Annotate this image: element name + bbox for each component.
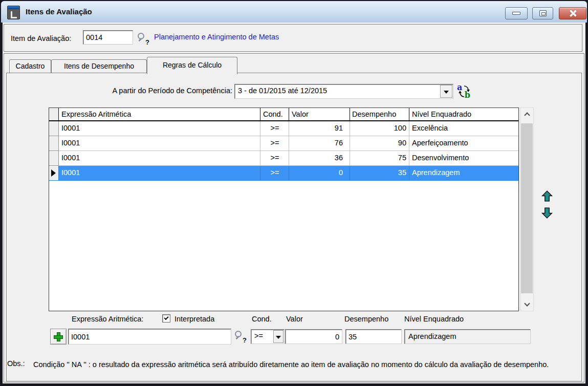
cond-label: Cond. [252, 315, 272, 323]
cell-valor[interactable]: 36 [289, 151, 350, 166]
expression-lookup-icon[interactable]: ? [234, 330, 247, 344]
window: Itens de Avaliação Item de Avaliação: ? … [0, 0, 588, 386]
minimize-icon [512, 12, 520, 15]
app-icon [7, 6, 20, 19]
move-up-button[interactable] [540, 190, 554, 203]
item-code-input[interactable] [83, 30, 133, 45]
cell-cond[interactable]: >= [260, 151, 289, 166]
grid-table: Expressão Aritmética Cond. Valor Desempe… [49, 108, 519, 311]
expression-label: Expressão Aritmética: [72, 315, 143, 323]
valor-label: Valor [286, 315, 303, 323]
row-indicator [49, 121, 59, 136]
window-title: Itens de Avaliação [26, 7, 92, 16]
col-header-desempenho[interactable]: Desempenho [350, 108, 409, 120]
sort-ab-icon[interactable]: a b [457, 84, 472, 99]
chevron-down-icon [444, 91, 449, 94]
col-header-indicator [49, 108, 59, 120]
scroll-up-icon[interactable] [524, 112, 530, 118]
expression-input[interactable] [68, 329, 231, 345]
cell-cond[interactable]: >= [260, 121, 289, 136]
maximize-button[interactable] [532, 7, 553, 19]
arrow-down-icon [540, 206, 554, 219]
letter-b: b [465, 90, 470, 100]
interpretada-checkbox[interactable] [162, 314, 170, 323]
table-row[interactable]: I0001 >= 91 100 Excelência [49, 121, 518, 136]
letter-a: a [457, 82, 462, 92]
scroll-down-icon[interactable] [524, 301, 530, 306]
rules-grid: Expressão Aritmética Cond. Valor Desempe… [49, 108, 534, 311]
cond-dropdown-button[interactable] [273, 330, 284, 343]
valor-input[interactable] [285, 329, 342, 344]
arrow-up-icon [540, 190, 554, 203]
col-header-cond[interactable]: Cond. [260, 108, 289, 120]
nivel-field: Aprendizagem [404, 329, 531, 344]
cell-desempenho[interactable]: 90 [350, 136, 409, 151]
col-header-expressao[interactable]: Expressão Aritmética [59, 108, 260, 120]
close-icon [568, 9, 577, 18]
grid-header-row: Expressão Aritmética Cond. Valor Desempe… [49, 108, 518, 121]
obs-text: Condição '' NA '' : o resultado da expre… [33, 359, 583, 370]
scrollbar-thumb[interactable] [521, 123, 533, 293]
period-label: A partir do Período de Competência: [76, 87, 232, 95]
cell-cond[interactable]: >= [260, 136, 289, 151]
cond-value: >= [254, 332, 263, 340]
cell-desempenho[interactable]: 35 [350, 166, 409, 181]
row-indicator [49, 151, 59, 166]
row-indicator [49, 166, 59, 181]
tab-itens-de-desempenho[interactable]: Itens de Desempenho [51, 59, 147, 73]
cell-desempenho[interactable]: 75 [350, 151, 409, 166]
cell-nivel[interactable]: Aperfeiçoamento [409, 136, 518, 151]
period-combobox[interactable]: 3 - de 01/2015 até 12/2015 [234, 84, 453, 99]
move-down-button[interactable] [540, 206, 554, 219]
cell-expressao[interactable]: I0001 [59, 136, 260, 151]
close-button[interactable] [559, 7, 586, 19]
cell-valor[interactable]: 0 [289, 166, 350, 181]
cell-expressao[interactable]: I0001 [59, 166, 260, 181]
titlebar[interactable]: Itens de Avaliação [1, 1, 587, 23]
check-icon [164, 315, 168, 320]
period-dropdown-button[interactable] [440, 85, 452, 98]
table-row[interactable]: I0001 >= 76 90 Aperfeiçoamento [49, 136, 518, 151]
add-rule-button[interactable] [50, 329, 67, 345]
cell-nivel[interactable]: Desenvolvimento [409, 151, 518, 166]
maximize-icon [539, 10, 547, 16]
cond-select[interactable]: >= [251, 329, 285, 344]
item-lookup-icon[interactable]: ? [137, 32, 150, 46]
row-indicator [49, 136, 59, 151]
desempenho-input[interactable] [345, 329, 402, 344]
period-value: 3 - de 01/2015 até 12/2015 [238, 87, 327, 95]
cell-valor[interactable]: 76 [289, 136, 350, 151]
current-row-pointer-icon [51, 169, 56, 177]
cell-expressao[interactable]: I0001 [59, 151, 260, 166]
cell-nivel[interactable]: Excelência [409, 121, 518, 136]
cell-cond[interactable]: >= [260, 166, 289, 181]
tab-cadastro[interactable]: Cadastro [9, 59, 51, 73]
question-glyph: ? [145, 38, 149, 46]
nivel-label: Nível Enquadrado [404, 315, 464, 323]
plus-icon [54, 333, 62, 341]
item-name-text: Planejamento e Atingimento de Metas [154, 33, 279, 41]
minimize-button[interactable] [505, 7, 528, 19]
chevron-down-icon [276, 336, 281, 339]
tab-regras-de-calculo[interactable]: Regras de Cálculo [147, 57, 237, 74]
vertical-scrollbar[interactable] [520, 108, 534, 311]
window-client-area: Item de Avaliação: ? Planejamento e Atin… [3, 23, 585, 383]
interpretada-label: Interpretada [175, 315, 214, 323]
table-row-selected[interactable]: I0001 >= 0 35 Aprendizagem [49, 166, 518, 181]
cell-nivel[interactable]: Aprendizagem [409, 166, 518, 181]
table-row[interactable]: I0001 >= 36 75 Desenvolvimento [49, 151, 518, 166]
cell-valor[interactable]: 91 [289, 121, 350, 136]
question-glyph: ? [243, 336, 247, 344]
col-header-nivel[interactable]: Nível Enquadrado [409, 108, 518, 120]
cell-desempenho[interactable]: 100 [350, 121, 409, 136]
item-code-label: Item de Avaliação: [11, 34, 71, 42]
col-header-valor[interactable]: Valor [289, 108, 350, 120]
obs-label: Obs.: [7, 359, 25, 368]
desempenho-label: Desempenho [344, 315, 388, 323]
cell-expressao[interactable]: I0001 [59, 121, 260, 136]
